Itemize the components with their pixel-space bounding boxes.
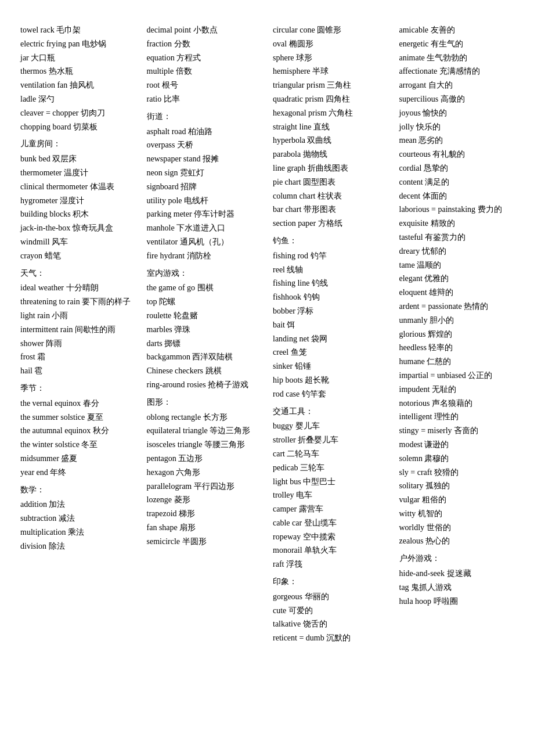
line-item: parallelogram 平行四边形 <box>147 480 262 494</box>
section-3-4: 印象：gorgeous 华丽的cute 可爱的talkative 饶舌的reti… <box>273 575 388 645</box>
section-1-3: 天气：ideal weather 十分晴朗threatening to rain… <box>20 267 135 378</box>
line-item: impudent 无耻的 <box>399 383 514 397</box>
line-item: addition 加法 <box>20 498 135 512</box>
line-item: line graph 折曲线图表 <box>273 161 388 175</box>
line-item: light bus 中型巴士 <box>273 475 388 489</box>
line-item: courteous 有礼貌的 <box>399 147 514 161</box>
section-1-1: towel rack 毛巾架electric frying pan 电炒锅jar… <box>20 23 135 134</box>
line-item: humane 仁慈的 <box>399 355 514 369</box>
line-item: column chart 柱状表 <box>273 189 388 203</box>
section-2-2: 街道：asphalt road 柏油路overpass 天桥newspaper … <box>147 110 262 263</box>
line-item: electric frying pan 电炒锅 <box>20 37 135 51</box>
line-item: laborious = painstaking 费力的 <box>399 203 514 217</box>
line-item: the autumnal equinox 秋分 <box>20 424 135 438</box>
line-item: animate 生气勃勃的 <box>399 51 514 65</box>
line-item: chopping board 切菜板 <box>20 120 135 134</box>
section-3-3: 交通工具：buggy 婴儿车stroller 折叠婴儿车cart 二轮马车ped… <box>273 405 388 572</box>
line-item: equilateral triangle 等边三角形 <box>147 424 262 438</box>
line-item: multiple 倍数 <box>147 64 262 78</box>
line-item: glorious 辉煌的 <box>399 327 514 341</box>
line-item: root 根号 <box>147 78 262 92</box>
line-item: division 除法 <box>20 539 135 553</box>
line-item: quadratic prism 四角柱 <box>273 92 388 106</box>
section-title-1-4: 季节： <box>20 381 135 395</box>
line-item: decent 体面的 <box>399 189 514 203</box>
line-item: modest 谦逊的 <box>399 438 514 452</box>
line-item: ropeway 空中揽索 <box>273 530 388 544</box>
line-item: creel 鱼笼 <box>273 345 388 359</box>
line-item: fishing line 钓线 <box>273 276 388 290</box>
line-item: towel rack 毛巾架 <box>20 23 135 37</box>
line-item: raft 浮筏 <box>273 557 388 571</box>
line-item: solitary 孤独的 <box>399 479 514 493</box>
line-item: ideal weather 十分晴朗 <box>20 281 135 295</box>
line-item: neon sign 霓虹灯 <box>147 166 262 180</box>
line-item: hide-and-seek 捉迷藏 <box>399 567 514 581</box>
section-4-2: 户外游戏：hide-and-seek 捉迷藏tag 鬼抓人游戏hula hoop… <box>399 552 514 608</box>
line-item: ventilator 通风机（孔） <box>147 235 262 249</box>
line-item: the vernal equinox 春分 <box>20 397 135 411</box>
line-item: rod case 钓竿套 <box>273 387 388 401</box>
line-item: energetic 有生气的 <box>399 37 514 51</box>
line-item: joyous 愉快的 <box>399 106 514 120</box>
line-item: the summer solstice 夏至 <box>20 411 135 424</box>
line-item: jolly 快乐的 <box>399 120 514 134</box>
column-4: amicable 友善的energetic 有生气的animate 生气勃勃的a… <box>396 23 517 649</box>
line-item: crayon 蜡笔 <box>20 249 135 263</box>
column-3: circular cone 圆锥形oval 椭圆形sphere 球形hemisp… <box>270 23 391 649</box>
line-item: stingy = miserly 吝啬的 <box>399 424 514 438</box>
line-item: pie chart 圆型图表 <box>273 175 388 189</box>
line-item: frost 霜 <box>20 350 135 364</box>
line-item: hail 雹 <box>20 364 135 378</box>
line-item: tame 温顺的 <box>399 258 514 272</box>
section-2-3: 室内游戏：the game of go 围棋top 陀螺roulette 轮盘赌… <box>147 267 262 392</box>
line-item: oblong rectangle 长方形 <box>147 411 262 424</box>
line-item: notorious 声名狼藉的 <box>399 397 514 411</box>
section-1-4: 季节：the vernal equinox 春分the summer solst… <box>20 381 135 480</box>
line-item: hygrometer 湿度计 <box>20 194 135 208</box>
line-item: thermometer 温度计 <box>20 166 135 180</box>
line-item: isosceles triangle 等腰三角形 <box>147 438 262 452</box>
section-2-4: 图形：oblong rectangle 长方形equilateral trian… <box>147 395 262 549</box>
line-item: year end 年终 <box>20 466 135 480</box>
line-item: threatening to rain 要下雨的样子 <box>20 295 135 309</box>
line-item: multiplication 乘法 <box>20 525 135 539</box>
section-title-2-4: 图形： <box>147 395 262 409</box>
line-item: impartial = unbiased 公正的 <box>399 369 514 383</box>
line-item: affectionate 充满感情的 <box>399 64 514 78</box>
line-item: sphere 球形 <box>273 51 388 65</box>
line-item: trapezoid 梯形 <box>147 507 262 521</box>
main-content: towel rack 毛巾架electric frying pan 电炒锅jar… <box>17 23 517 649</box>
line-item: ladle 深勺 <box>20 92 135 106</box>
line-item: camper 露营车 <box>273 502 388 516</box>
line-item: fan shape 扇形 <box>147 521 262 535</box>
line-item: newspaper stand 报摊 <box>147 152 262 166</box>
line-item: light rain 小雨 <box>20 309 135 323</box>
line-item: intelligent 理性的 <box>399 410 514 424</box>
section-title-3-2: 钓鱼： <box>273 234 388 248</box>
line-item: hip boots 超长靴 <box>273 373 388 387</box>
line-item: dreary 忧郁的 <box>399 244 514 258</box>
line-item: lozenge 菱形 <box>147 493 262 507</box>
line-item: hemisphere 半球 <box>273 64 388 78</box>
line-item: hexagonal prism 六角柱 <box>273 106 388 120</box>
line-item: top 陀螺 <box>147 295 262 309</box>
line-item: hula hoop 呼啦圈 <box>399 595 514 609</box>
line-item: signboard 招牌 <box>147 180 262 194</box>
line-item: bait 饵 <box>273 318 388 332</box>
line-item: tasteful 有鉴赏力的 <box>399 231 514 244</box>
line-item: fishhook 钓钩 <box>273 290 388 304</box>
section-title-3-4: 印象： <box>273 575 388 589</box>
line-item: amicable 友善的 <box>399 23 514 37</box>
line-item: cable car 登山缆车 <box>273 516 388 530</box>
section-1-2: 儿童房间：bunk bed 双层床thermometer 温度计clinical… <box>20 137 135 262</box>
line-item: pentagon 五边形 <box>147 452 262 466</box>
line-item: sly = craft 狡猾的 <box>399 466 514 480</box>
line-item: reel 线轴 <box>273 263 388 277</box>
line-item: clinical thermometer 体温表 <box>20 180 135 194</box>
section-1-5: 数学：addition 加法subtraction 减法multiplicati… <box>20 483 135 553</box>
line-item: fishing rod 钓竿 <box>273 249 388 263</box>
line-item: buggy 婴儿车 <box>273 419 388 433</box>
line-item: parabola 抛物线 <box>273 147 388 161</box>
line-item: gorgeous 华丽的 <box>273 590 388 604</box>
